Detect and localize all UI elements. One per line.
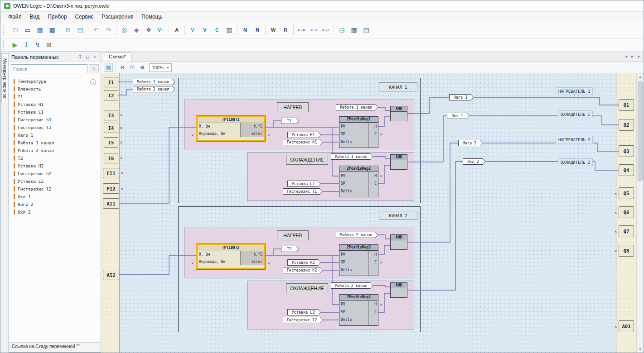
truth-table-button[interactable]: ▦ <box>348 24 360 36</box>
new-project-button[interactable]: □ <box>10 24 21 36</box>
zoom-fit-button[interactable]: ⊡ <box>128 63 137 72</box>
var-tag-gist-l2[interactable]: Гистерезис l2 <box>283 317 323 323</box>
pin-panel-icon[interactable]: ↧ <box>77 53 84 61</box>
variable-list-item[interactable]: Температура <box>14 77 101 85</box>
variable-list-item[interactable]: Работа 2 канал <box>14 147 101 154</box>
variable-list-item[interactable]: Уставка L2 <box>14 177 101 185</box>
variables-search-input[interactable] <box>11 64 87 73</box>
screens-table-button[interactable]: ▤ <box>360 24 372 36</box>
io-panel-button[interactable]: ⊞ <box>44 39 54 50</box>
undo-button[interactable]: ↶ <box>90 24 102 36</box>
var-tag-gist-h1[interactable]: Гистерезис h1 <box>283 139 323 145</box>
var-tag-t2[interactable]: T2 <box>281 246 299 252</box>
var-tag-work1[interactable]: Работа 1 канал <box>133 79 175 85</box>
output-block-Q1[interactable]: Q1 <box>619 99 634 111</box>
variable-list-item[interactable]: Работа 1 канал <box>14 139 101 147</box>
output-block-Q3[interactable]: Q3 <box>619 145 634 157</box>
variable-list-item[interactable]: Уставка H2 <box>14 162 101 170</box>
channel-1-label[interactable]: КАНАЛ 1 <box>379 82 417 91</box>
info-icon[interactable]: i <box>90 79 96 85</box>
float-panel-icon[interactable]: ◻ <box>84 53 91 61</box>
output-block-Q8[interactable]: Q8× <box>619 245 634 257</box>
tab-scroll-right-icon[interactable]: ▸ <box>629 54 635 59</box>
regulator-block-3[interactable]: 2PosHisReg3 PV SP Delta H C × <box>339 244 378 276</box>
screens-manager-tab[interactable]: Менеджер экранов <box>1 53 8 103</box>
pt100-block-2[interactable]: (Pt100)2 R, ОмRпровода, Ом t,°Cerror × × <box>196 244 265 269</box>
var-tag-ust-l1[interactable]: Уставка L1 <box>287 181 321 187</box>
output-block-Q2[interactable]: Q2 <box>619 119 634 131</box>
output-block-Q7[interactable]: Q7× <box>619 225 634 237</box>
input-block-I2[interactable]: I2 <box>104 90 118 100</box>
zoom-out-button[interactable]: ⊖ <box>118 63 127 72</box>
heat-1-label[interactable]: НАГРЕВ <box>277 102 309 112</box>
var-tag-t1[interactable]: T1 <box>281 118 299 124</box>
grid-toggle-button[interactable]: ▦ <box>104 63 113 72</box>
comment-heater-2[interactable]: НАГРЕВАТЕЛЬ 2 <box>556 136 593 143</box>
var-tag-gist-h2[interactable]: Гистерезис h2 <box>283 267 323 273</box>
regulator-block-4[interactable]: 2PosHisReg4 PV SP Delta H C × <box>339 294 378 326</box>
variable-list-item[interactable]: Нагр 1 <box>14 131 101 139</box>
convert-to-float-button[interactable]: x→F <box>320 24 332 36</box>
tab-schema[interactable]: Схема* <box>103 52 131 62</box>
regulator-block-1[interactable]: 2PosHisReg1 PV SP Delta H C × <box>339 116 378 148</box>
regulator-block-2[interactable]: 2PosHisReg2 PV SP Delta H C × <box>339 166 378 197</box>
network-write-button[interactable]: W <box>267 24 279 36</box>
menu-item[interactable]: Помощь <box>137 13 166 21</box>
save-all-button[interactable]: ▩ <box>46 24 58 36</box>
network-input-button[interactable]: N <box>239 24 251 36</box>
paste-button[interactable]: ▤ <box>74 24 86 36</box>
comment-cooler-1[interactable]: ОХЛАДИТЕЛЬ 1 <box>558 110 593 118</box>
open-project-button[interactable]: ▭ <box>22 24 34 36</box>
network-output-button[interactable]: N <box>252 24 263 36</box>
var-tag-work1-heat[interactable]: Работа 1 канал <box>336 104 378 110</box>
cool-2-label[interactable]: ОХЛАЖДЕНИЕ <box>286 283 328 293</box>
variable-list-item[interactable]: Охл 2 <box>14 208 101 216</box>
clear-search-icon[interactable]: × <box>89 64 99 73</box>
var-tag-work2[interactable]: Работа 2 канал <box>133 86 175 92</box>
toolbar-drag-handle[interactable] <box>3 40 7 50</box>
var-tag-cool1[interactable]: Охл 1 <box>447 113 470 119</box>
comment-heater-1[interactable]: НАГРЕВАТЕЛЬ 1 <box>556 87 593 95</box>
variable-list-item[interactable]: Охл 1 <box>14 193 101 200</box>
copy-button[interactable]: ⧉ <box>62 24 74 36</box>
and-block-3[interactable]: AND <box>390 234 407 250</box>
write-to-device-button[interactable]: ↧ <box>21 39 32 50</box>
save-project-button[interactable]: ▦ <box>34 24 46 36</box>
convert-to-bool-button[interactable]: x→B <box>295 24 307 36</box>
menu-item[interactable]: Расширения <box>98 13 138 21</box>
var-tag-work2-cool[interactable]: Работа 2 канал <box>331 282 373 289</box>
text-comment-button[interactable]: A <box>171 24 183 36</box>
output-block-Q5[interactable]: Q5× <box>619 187 634 199</box>
var-tag-ust-h2[interactable]: Уставка H2 <box>287 259 321 266</box>
pt100-block-1[interactable]: (Pt100)1 R, ОмRпровода, Ом t,°Cerror × × <box>196 116 265 141</box>
variable-list-item[interactable]: Уставка L1 <box>14 108 101 116</box>
variable-list-item[interactable]: T1 <box>14 93 101 100</box>
input-block-FI2[interactable]: FI2× <box>103 183 119 194</box>
input-variable-button[interactable]: V <box>187 24 199 36</box>
variable-list-item[interactable]: Гистерезис h2 <box>14 170 101 177</box>
zoom-level-select[interactable]: 100% ▾ <box>149 63 172 72</box>
and-block-4[interactable]: AND <box>390 282 407 298</box>
input-block-AI1[interactable]: AI1 <box>103 198 119 209</box>
menu-item[interactable]: Прибор <box>44 13 71 21</box>
variables-table-button[interactable]: V≡ <box>155 24 167 36</box>
variable-list-item[interactable]: Уставка H1 <box>14 100 101 108</box>
variable-list-item[interactable]: Влажность <box>14 85 101 93</box>
var-tag-work1-cool[interactable]: Работа 1 канал <box>331 153 373 160</box>
variable-list-item[interactable]: Гистерезис l1 <box>14 124 101 131</box>
input-block-I1[interactable]: I1 <box>104 77 118 87</box>
zoom-in-button[interactable]: ⊕ <box>138 63 147 72</box>
input-block-I4[interactable]: I4× <box>104 123 118 133</box>
rtc-clock-button[interactable]: ◷ <box>336 24 348 36</box>
tab-scroll-left-icon[interactable]: ◂ <box>623 54 629 59</box>
channel-2-label[interactable]: КАНАЛ 2 <box>379 211 417 220</box>
variable-list-item[interactable]: T2 <box>14 154 101 162</box>
toolbar-drag-handle[interactable] <box>3 25 7 35</box>
vertical-scrollbar[interactable]: ▲ ▼ <box>636 73 644 353</box>
component-manager-button[interactable]: ❖ <box>143 24 155 36</box>
scroll-down-icon[interactable]: ▼ <box>637 346 644 353</box>
heat-2-label[interactable]: НАГРЕВ <box>277 230 309 240</box>
var-tag-ust-h1[interactable]: Уставка H1 <box>287 132 321 138</box>
variable-list-item[interactable]: Нагр 2 <box>14 200 101 208</box>
input-block-I5[interactable]: I5× <box>104 137 118 148</box>
